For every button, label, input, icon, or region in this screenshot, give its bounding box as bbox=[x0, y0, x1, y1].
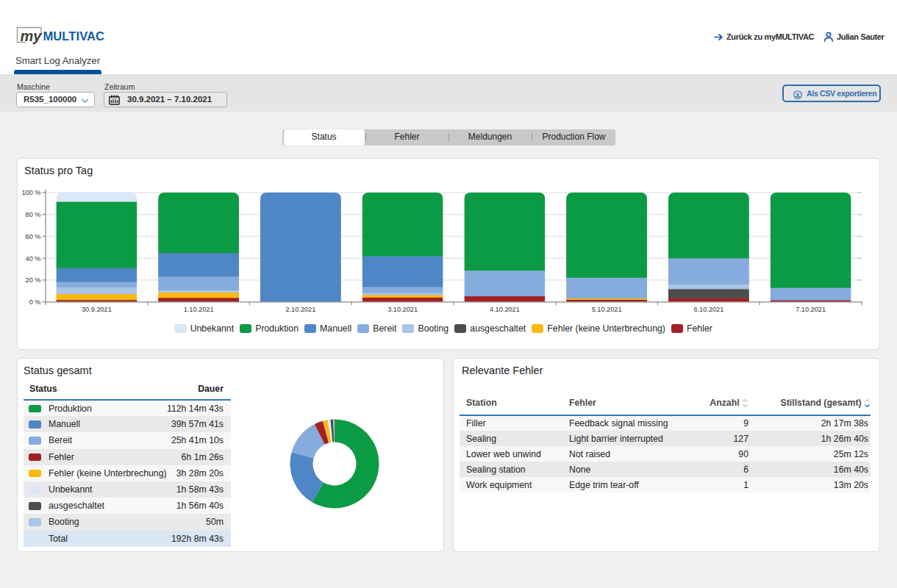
svg-text:my: my bbox=[21, 28, 43, 44]
svg-text:5.10.2021: 5.10.2021 bbox=[592, 306, 622, 313]
svg-text:6.10.2021: 6.10.2021 bbox=[693, 306, 723, 313]
svg-text:40 %: 40 % bbox=[26, 255, 41, 262]
svg-text:1.10.2021: 1.10.2021 bbox=[184, 306, 214, 313]
svg-text:0 %: 0 % bbox=[29, 298, 41, 306]
svg-text:MULTIVAC: MULTIVAC bbox=[43, 29, 105, 43]
svg-text:100 %: 100 % bbox=[21, 189, 40, 196]
svg-text:2.10.2021: 2.10.2021 bbox=[285, 306, 315, 313]
svg-text:60 %: 60 % bbox=[26, 233, 41, 240]
svg-text:20 %: 20 % bbox=[26, 276, 41, 284]
svg-text:80 %: 80 % bbox=[26, 211, 41, 218]
svg-text:4.10.2021: 4.10.2021 bbox=[490, 306, 520, 313]
svg-text:3.10.2021: 3.10.2021 bbox=[387, 306, 418, 313]
svg-text:30.9.2021: 30.9.2021 bbox=[82, 306, 112, 313]
svg-text:7.10.2021: 7.10.2021 bbox=[796, 306, 826, 313]
